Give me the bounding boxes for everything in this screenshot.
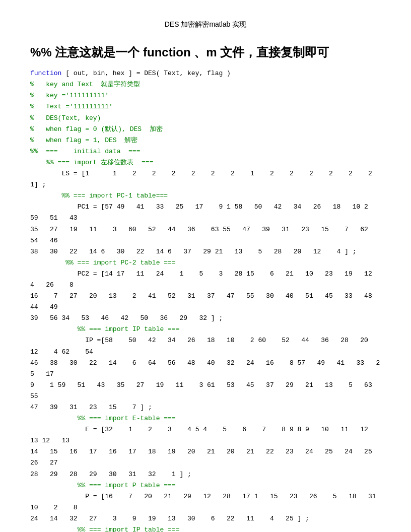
ip-line4: 47 39 31 23 15 7 ] ;	[30, 402, 381, 413]
ip-line1: IP =[58 50 42 34 26 18 10 2 60 52 44 36 …	[30, 335, 381, 357]
ip-header: %% === import IP table ===	[30, 324, 381, 335]
pc2-line3: 39 56 34 53 46 42 50 36 29 32 ] ;	[30, 313, 381, 324]
comment-1: % key and Text 就是字符类型	[30, 79, 381, 90]
function-declaration: function [ out, bin, hex ] = DES( Text, …	[30, 68, 381, 79]
pc2-line1: PC2 = [14 17 11 24 1 5 3 28 15 6 21 10 2…	[30, 269, 381, 291]
page-title: DES 加密解密matlab 实现	[30, 20, 381, 29]
pc1-line1: PC1 = [57 49 41 33 25 17 9 1 58 50 42 34…	[30, 202, 381, 224]
ptable-line2: 24 14 32 27 3 9 19 13 30 6 22 11 4 25 ] …	[30, 513, 381, 524]
main-heading: %% 注意这就是一个 function 、m 文件，直接复制即可	[30, 44, 381, 60]
ip1-header: %% === import IP table ===	[30, 524, 381, 532]
ptable-line1: P = [16 7 20 21 29 12 28 17 1 15 23 26 5…	[30, 491, 381, 513]
code-block: function [ out, bin, hex ] = DES( Text, …	[30, 68, 381, 532]
comment-5: % when flag = 0 (默认), DES 加密	[30, 124, 381, 135]
comment-6: % when flag = 1, DES 解密	[30, 135, 381, 146]
comment-3: % Text ='111111111'	[30, 101, 381, 112]
ls-data: LS = [1 1 2 2 2 2 2 2 1 2 2 2 2 2 2 1] ;	[30, 168, 381, 190]
ls-header: %% === import 左移位数表 ===	[30, 157, 381, 168]
comment-2: % key ='111111111'	[30, 90, 381, 101]
ip-line2: 46 38 30 22 14 6 64 56 48 40 32 24 16 8 …	[30, 358, 381, 380]
pc1-line3: 38 30 22 14 6 30 22 14 6 37 29 21 13 5 2…	[30, 246, 381, 257]
comment-4: % DES(Text, key)	[30, 113, 381, 124]
pc2-header: %% === import PC-2 table ===	[30, 257, 381, 269]
pc2-line2: 16 7 27 20 13 2 41 52 31 37 47 55 30 40 …	[30, 291, 381, 313]
comment-7: %% === initial data ===	[30, 146, 381, 157]
ip-line3: 9 1 59 51 43 35 27 19 11 3 61 53 45 37 2…	[30, 380, 381, 402]
etable-header: %% === import E-table ===	[30, 413, 381, 424]
etable-line1: E = [32 1 2 3 4 5 4 5 6 7 8 9 8 9 10 11 …	[30, 424, 381, 446]
ptable-header: %% === import P table ===	[30, 480, 381, 491]
etable-line2: 14 15 16 17 16 17 18 19 20 21 20 21 22 2…	[30, 446, 381, 469]
etable-line3: 28 29 28 29 30 31 32 1 ] ;	[30, 469, 381, 480]
pc1-line2: 35 27 19 11 3 60 52 44 36 63 55 47 39 31…	[30, 224, 381, 246]
pc1-header: %% === import PC-1 table===	[30, 190, 381, 202]
